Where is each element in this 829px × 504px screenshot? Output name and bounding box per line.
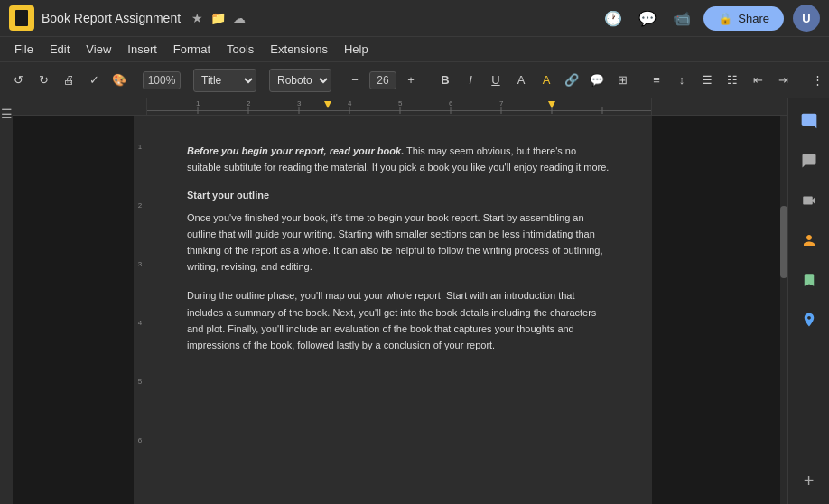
menu-insert[interactable]: Insert <box>120 41 164 58</box>
document-scroll-area[interactable]: 1 2 3 4 5 6 7 1 2 <box>13 98 787 504</box>
svg-rect-0 <box>147 110 651 111</box>
svg-text:3: 3 <box>297 99 302 107</box>
menu-help[interactable]: Help <box>337 41 376 58</box>
document-page: Before you begin your report, read your … <box>146 116 652 504</box>
ruler-left <box>13 98 146 115</box>
svg-text:7: 7 <box>499 99 504 107</box>
redo-button[interactable]: ↻ <box>33 69 54 92</box>
paint-format-button[interactable]: 🎨 <box>108 69 130 92</box>
user-avatar[interactable]: U <box>793 5 820 32</box>
sidebar-video-icon[interactable] <box>793 184 825 217</box>
svg-text:5: 5 <box>398 99 403 107</box>
print-button[interactable]: 🖨 <box>58 69 79 92</box>
line-spacing-button[interactable]: ↕ <box>671 69 693 92</box>
title-icons: ★ 📁 ☁ <box>191 11 246 25</box>
svg-marker-1 <box>324 101 331 108</box>
menu-tools[interactable]: Tools <box>219 41 261 58</box>
menu-format[interactable]: Format <box>166 41 218 58</box>
share-button[interactable]: 🔒 Share <box>703 6 784 31</box>
sidebar-map-pin-icon[interactable] <box>793 303 825 336</box>
title-toolbar-right: 🕐 💬 📹 🔒 Share U <box>601 5 820 32</box>
svg-text:4: 4 <box>348 99 352 107</box>
sidebar-add-icon[interactable]: + <box>793 464 825 497</box>
left-gutter: 1 2 3 4 5 6 <box>13 116 146 504</box>
menu-view[interactable]: View <box>79 41 118 58</box>
svg-text:2: 2 <box>247 99 251 107</box>
link-button[interactable]: 🔗 <box>561 69 582 92</box>
paragraph-2: Once you've finished your book, it's tim… <box>187 210 611 275</box>
bullet-list-button[interactable]: ☰ <box>696 69 718 92</box>
spellcheck-button[interactable]: ✓ <box>83 69 105 92</box>
font-select[interactable]: Roboto Arial <box>269 69 331 92</box>
sidebar-chat-icon[interactable] <box>793 145 825 177</box>
text-color-button[interactable]: A <box>510 69 532 92</box>
menu-extensions[interactable]: Extensions <box>263 41 335 58</box>
ruler-center: 1 2 3 4 5 6 7 <box>146 98 652 115</box>
numbered-list-button[interactable]: ☷ <box>722 69 743 92</box>
scrollbar-track[interactable] <box>780 116 787 504</box>
bold-italic-text: Before you begin your report, read your … <box>187 145 404 156</box>
history-icon[interactable]: 🕐 <box>601 5 626 31</box>
more-options-button[interactable]: ⋮ <box>806 69 828 92</box>
menu-file[interactable]: File <box>7 41 41 58</box>
right-sidebar: + <box>787 98 829 504</box>
sidebar-bookmark-icon[interactable] <box>793 264 825 296</box>
indent-decrease-button[interactable]: ⇤ <box>747 69 768 92</box>
format-toolbar: ↺ ↻ 🖨 ✓ 🎨 100% Title Normal Heading 1 Ro… <box>0 61 829 98</box>
indent-increase-button[interactable]: ⇥ <box>772 69 794 92</box>
menu-edit[interactable]: Edit <box>42 41 77 58</box>
ruler-right <box>652 98 787 115</box>
ruler: 1 2 3 4 5 6 7 <box>13 98 787 116</box>
star-icon[interactable]: ★ <box>191 11 203 25</box>
svg-text:6: 6 <box>449 99 453 107</box>
heading-start-outline: Start your outline <box>187 188 611 204</box>
heading-style-select[interactable]: Title Normal Heading 1 <box>193 69 256 92</box>
paragraph-3: During the outline phase, you'll map out… <box>187 287 611 353</box>
sidebar-user-icon[interactable] <box>793 224 825 257</box>
svg-marker-18 <box>548 101 555 108</box>
underline-button[interactable]: U <box>485 69 507 92</box>
document-title: Book Report Assignment <box>42 11 181 25</box>
meet-icon[interactable]: 📹 <box>669 5 694 31</box>
share-lock-icon: 🔒 <box>718 12 732 25</box>
app-icon-shape <box>15 10 28 26</box>
highlight-button[interactable]: A <box>536 69 557 92</box>
page-row: 1 2 3 4 5 6 Before you begin your report… <box>13 116 787 504</box>
right-gutter <box>652 116 780 504</box>
italic-button[interactable]: I <box>460 69 481 92</box>
ruler-svg: 1 2 3 4 5 6 7 <box>147 98 651 116</box>
outline-panel[interactable]: ☰ <box>0 98 13 504</box>
image-button[interactable]: ⊞ <box>611 69 633 92</box>
comment-button[interactable]: 💬 <box>586 69 608 92</box>
zoom-level[interactable]: 100% <box>143 71 181 89</box>
bold-button[interactable]: B <box>434 69 456 92</box>
undo-button[interactable]: ↺ <box>7 69 29 92</box>
font-size-decrease[interactable]: − <box>344 69 366 92</box>
share-label: Share <box>738 12 769 25</box>
cloud-icon[interactable]: ☁ <box>233 11 246 25</box>
app-icon[interactable] <box>9 5 34 31</box>
font-size-increase[interactable]: + <box>400 69 422 92</box>
menu-bar: File Edit View Insert Format Tools Exten… <box>0 36 829 61</box>
sidebar-comments-icon[interactable] <box>793 105 825 137</box>
comments-icon[interactable]: 💬 <box>635 5 660 31</box>
paragraph-1: Before you begin your report, read your … <box>187 143 611 175</box>
font-size[interactable]: 26 <box>369 71 396 89</box>
align-button[interactable]: ≡ <box>646 69 667 92</box>
content-area: ☰ <box>0 98 829 504</box>
scrollbar-thumb[interactable] <box>780 206 787 278</box>
folder-icon[interactable]: 📁 <box>210 11 226 25</box>
title-bar: Book Report Assignment ★ 📁 ☁ 🕐 💬 📹 🔒 Sha… <box>0 0 829 36</box>
svg-text:1: 1 <box>196 99 200 107</box>
